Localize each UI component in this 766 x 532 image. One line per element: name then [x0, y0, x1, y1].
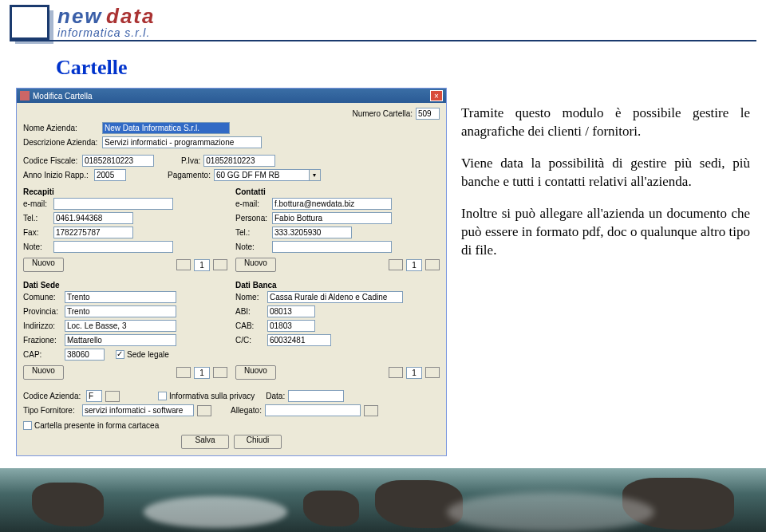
page-header: new data informatica s.r.l.: [0, 0, 766, 40]
sede-index[interactable]: [194, 367, 210, 379]
comune-label: Comune:: [23, 293, 61, 301]
piva-label: P.Iva:: [181, 156, 200, 165]
checkbox-icon[interactable]: [158, 392, 167, 400]
checkbox-icon[interactable]: [23, 421, 32, 430]
cartacea-check[interactable]: Cartella presente in forma cartacea: [23, 421, 159, 430]
nuovo-contatto-button[interactable]: Nuovo: [235, 258, 276, 272]
close-icon[interactable]: ×: [430, 90, 443, 101]
prev-sede-button[interactable]: [176, 367, 191, 378]
anno-input[interactable]: [94, 169, 126, 181]
brand-word-2: data: [106, 4, 155, 28]
body-p3: Inoltre si può allegare all'azienda un d…: [461, 205, 750, 260]
fax-input[interactable]: [53, 227, 133, 238]
email2-input[interactable]: [272, 198, 392, 210]
data-input[interactable]: [288, 390, 344, 402]
cab-label: CAB:: [235, 321, 264, 330]
dialog-title: Modifica Cartella: [33, 92, 92, 100]
cab-input[interactable]: [267, 320, 315, 332]
next-banca-button[interactable]: [425, 367, 440, 378]
abi-label: ABI:: [235, 307, 264, 316]
pagamento-label: Pagamento:: [168, 171, 211, 179]
codice-azienda-input[interactable]: [86, 390, 102, 402]
cap-input[interactable]: [65, 349, 105, 361]
comune-input[interactable]: [65, 291, 176, 303]
cc-label: C/C:: [235, 336, 264, 345]
abi-input[interactable]: [267, 305, 315, 317]
allegato-browse-button[interactable]: [364, 405, 378, 416]
nuovo-recapito-button[interactable]: Nuovo: [23, 258, 64, 272]
note2-input[interactable]: [272, 241, 392, 253]
indirizzo-label: Indirizzo:: [23, 321, 61, 330]
brand-word-1: new: [57, 4, 103, 28]
anno-label: Anno Inizio Rapp.:: [23, 171, 91, 179]
codice-azienda-lookup[interactable]: [105, 391, 120, 402]
descrizione-label: Descrizione Azienda:: [23, 138, 99, 147]
pagamento-select[interactable]: ▾: [214, 169, 321, 181]
nome-azienda-label: Nome Azienda:: [23, 124, 99, 132]
data-label: Data:: [266, 392, 285, 400]
tel1-input[interactable]: [53, 212, 133, 224]
contatto-index[interactable]: [406, 259, 422, 271]
header-divider: [10, 40, 756, 41]
provincia-input[interactable]: [65, 305, 176, 317]
sede-legale-check[interactable]: Sede legale: [116, 350, 169, 359]
dialog-titlebar: Modifica Cartella ×: [17, 89, 446, 103]
footer-image: [0, 468, 766, 532]
fax-label: Fax:: [23, 228, 50, 237]
next-contatto-button[interactable]: [425, 259, 440, 270]
salva-button[interactable]: Salva: [181, 435, 229, 449]
cc-input[interactable]: [267, 334, 331, 346]
prev-contatto-button[interactable]: [389, 259, 403, 270]
provincia-label: Provincia:: [23, 307, 61, 316]
persona-label: Persona:: [235, 214, 269, 223]
piva-input[interactable]: [203, 155, 275, 167]
contatti-section: Contatti: [235, 187, 440, 196]
banca-index[interactable]: [406, 367, 422, 379]
modifica-cartella-dialog: Modifica Cartella × Numero Cartella: Nom…: [16, 88, 447, 456]
tipo-fornitore-lookup[interactable]: [197, 405, 211, 416]
tel1-label: Tel.:: [23, 214, 50, 223]
brand: new data informatica s.r.l.: [57, 6, 156, 39]
checkbox-icon[interactable]: [116, 350, 124, 359]
tel2-label: Tel.:: [235, 228, 269, 237]
logo-icon: [10, 5, 49, 40]
banca-nome-input[interactable]: [267, 291, 403, 303]
note1-label: Note:: [23, 242, 50, 251]
banca-nome-label: Nome:: [235, 293, 264, 301]
descrizione-input[interactable]: [102, 136, 262, 148]
body-text: Tramite questo modulo è possibile gestir…: [461, 88, 750, 456]
body-p2: Viene data la possibilità di gestire più…: [461, 155, 750, 191]
email2-label: e-mail:: [235, 199, 269, 208]
numero-cartella-input[interactable]: [416, 108, 440, 120]
chevron-down-icon[interactable]: ▾: [310, 169, 321, 181]
cf-input[interactable]: [82, 155, 154, 167]
recapito-index[interactable]: [194, 259, 210, 271]
page-title: Cartelle: [56, 56, 766, 80]
indirizzo-input[interactable]: [65, 320, 176, 332]
dati-banca-section: Dati Banca: [235, 281, 440, 290]
email1-input[interactable]: [53, 198, 173, 210]
allegato-input[interactable]: [265, 404, 361, 416]
codice-azienda-label: Codice Azienda:: [23, 392, 83, 400]
note1-input[interactable]: [53, 241, 173, 253]
cap-label: CAP:: [23, 350, 61, 359]
prev-banca-button[interactable]: [389, 367, 403, 378]
numero-cartella-label: Numero Cartella:: [352, 109, 413, 118]
persona-input[interactable]: [272, 212, 392, 224]
body-p1: Tramite questo modulo è possibile gestir…: [461, 104, 750, 141]
nuovo-sede-button[interactable]: Nuovo: [23, 365, 64, 380]
nome-azienda-input[interactable]: [102, 122, 230, 134]
nuovo-banca-button[interactable]: Nuovo: [235, 365, 276, 380]
next-sede-button[interactable]: [213, 367, 227, 378]
allegato-label: Allegato:: [231, 406, 262, 415]
cf-label: Codice Fiscale:: [23, 156, 79, 165]
next-recapito-button[interactable]: [213, 259, 227, 270]
chiudi-button[interactable]: Chiudi: [234, 435, 282, 449]
tipo-fornitore-input[interactable]: [82, 404, 194, 416]
informativa-privacy-check[interactable]: Informativa sulla privacy: [158, 392, 255, 400]
prev-recapito-button[interactable]: [176, 259, 191, 270]
frazione-input[interactable]: [65, 334, 176, 346]
tel2-input[interactable]: [272, 227, 352, 238]
dialog-icon: [20, 91, 30, 100]
email-label: e-mail:: [23, 199, 50, 208]
